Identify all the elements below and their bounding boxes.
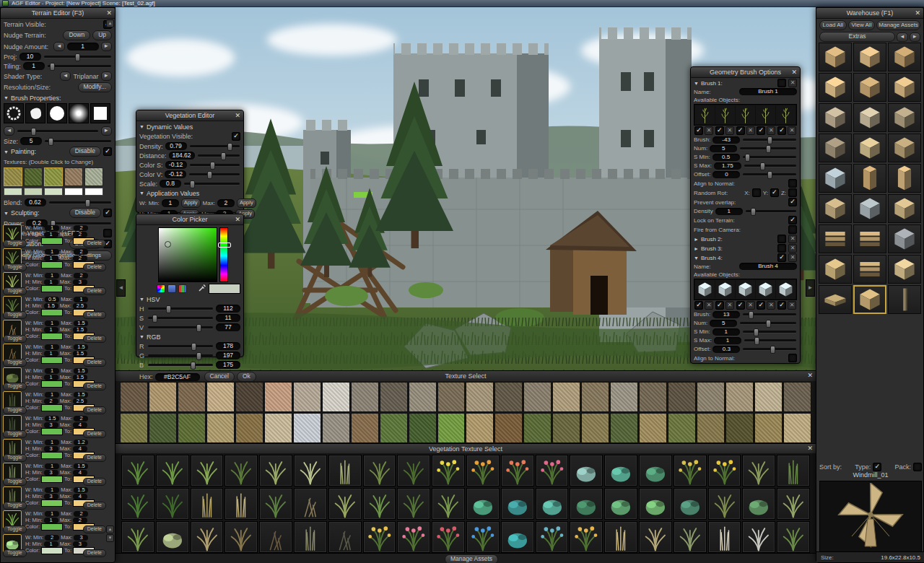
max-field[interactable]: 1.5	[74, 392, 88, 398]
terrain-texture-tile[interactable]	[639, 382, 667, 412]
vegetation-texture-tile[interactable]	[397, 455, 430, 486]
max-field[interactable]: 2	[74, 511, 88, 517]
brush-4-brush-field[interactable]: 13	[712, 311, 740, 318]
terrain-texture-tile[interactable]	[783, 382, 811, 412]
brush-3-delete-button[interactable]	[788, 244, 797, 253]
min-field[interactable]: 1	[44, 327, 58, 333]
color-picker-close-icon[interactable]: ✕	[235, 215, 240, 224]
app-w-min-apply-button[interactable]: Apply	[181, 198, 201, 208]
terrain-texture-tile[interactable]	[552, 382, 580, 412]
vegetation-texture-tile[interactable]	[294, 521, 327, 553]
terrain-texture-tile[interactable]	[725, 413, 754, 443]
brush-2-delete-button[interactable]	[788, 235, 797, 243]
brush-4-active-checkbox[interactable]	[777, 253, 786, 262]
warehouse-asset-tile[interactable]	[853, 164, 886, 193]
hsv-h-field[interactable]: 112	[216, 305, 240, 313]
item-toggle-button[interactable]: Toggle	[3, 287, 27, 295]
blend-slider[interactable]	[48, 198, 112, 206]
min-field[interactable]: 3	[44, 446, 58, 452]
min-field[interactable]: 1	[44, 541, 58, 547]
item-color-swatch[interactable]	[41, 237, 63, 245]
item-delete-button[interactable]: Delete	[83, 383, 106, 390]
warehouse-asset-tile[interactable]	[853, 73, 886, 102]
min-field[interactable]: 1	[45, 225, 59, 231]
item-color-swatch[interactable]	[41, 285, 63, 292]
brush-2-collapse-icon[interactable]: ►	[694, 237, 699, 242]
category-prev-button[interactable]: ◄	[897, 32, 907, 42]
vegetation-visible-checkbox[interactable]	[232, 132, 240, 141]
min-field[interactable]: 2	[44, 398, 58, 404]
item-toggle-button[interactable]: Toggle	[3, 525, 27, 533]
warehouse-asset-tile[interactable]	[853, 224, 886, 253]
max-field[interactable]: 3	[73, 279, 87, 285]
hsv-collapse-icon[interactable]: ▼	[139, 297, 144, 302]
veg-param-slider[interactable]	[183, 180, 240, 188]
max-field[interactable]: 3	[73, 541, 87, 547]
warehouse-asset-tile[interactable]	[888, 194, 921, 223]
brush-4-align-to-normal-checkbox[interactable]	[788, 354, 797, 362]
brush-1-num-field[interactable]: 5	[710, 145, 737, 152]
vegetation-texture-tile[interactable]	[604, 521, 637, 553]
terrain-texture-tile[interactable]	[120, 382, 148, 412]
max-field[interactable]: 4	[73, 494, 87, 499]
max-field[interactable]: 2	[74, 416, 88, 422]
max-field[interactable]: 4	[73, 422, 87, 428]
item-toggle-button[interactable]: Toggle	[3, 335, 27, 343]
brush-1-s_min-field[interactable]: 0.5	[712, 154, 740, 161]
vegetation-texture-select-close-icon[interactable]: ✕	[807, 444, 813, 453]
terrain-texture-tile[interactable]	[610, 413, 638, 443]
item-color-swatch[interactable]	[41, 404, 63, 411]
max-field[interactable]: 2	[73, 256, 87, 261]
paint-color-swatch[interactable]	[44, 188, 63, 196]
rot-z-checkbox[interactable]	[788, 363, 797, 364]
item-toggle-button[interactable]: Toggle	[3, 549, 27, 557]
hsv-v-field[interactable]: 77	[216, 323, 240, 331]
vegetation-texture-tile[interactable]	[708, 521, 741, 553]
collapse-left-panel-arrow[interactable]: ◄	[116, 279, 126, 297]
veg-param-slider[interactable]	[188, 170, 240, 178]
vegetation-texture-tile[interactable]	[536, 521, 569, 553]
brush-shape-square[interactable]	[90, 103, 110, 123]
veg-param-field[interactable]: 0.8	[160, 180, 181, 188]
vegetation-texture-tile[interactable]	[742, 488, 775, 520]
max-field[interactable]: 2	[74, 225, 88, 231]
vegetation-texture-tile[interactable]	[156, 488, 189, 520]
brush-1-offset-slider[interactable]	[742, 170, 797, 178]
vegetation-editor-close-icon[interactable]: ✕	[235, 111, 240, 120]
rgb-b-slider[interactable]	[147, 361, 214, 369]
item-delete-button[interactable]: Delete	[83, 287, 106, 295]
vegetation-texture-tile[interactable]	[259, 521, 292, 553]
brush-4-delete-button[interactable]	[788, 253, 797, 262]
vegetation-texture-tile[interactable]	[121, 488, 154, 520]
warehouse-manage-assets-button[interactable]: Manage Assets	[876, 20, 920, 30]
brush-object-thumbnail[interactable]	[776, 280, 796, 299]
application-values-collapse-icon[interactable]: ▼	[139, 191, 144, 196]
terrain-texture-tile[interactable]	[235, 413, 263, 443]
max-field[interactable]: 4	[73, 470, 87, 476]
item-color-swatch[interactable]	[41, 523, 63, 531]
terrain-texture-tile[interactable]	[581, 413, 609, 443]
panel-scroll-up-button[interactable]: ▲	[106, 19, 114, 27]
object-enable-checkbox[interactable]	[736, 301, 745, 310]
vegetation-texture-tile[interactable]	[742, 521, 775, 553]
item-color-swatch[interactable]	[41, 476, 63, 483]
terrain-texture-tile[interactable]	[322, 413, 350, 443]
geometry-brush-options-close-icon[interactable]: ✕	[791, 68, 797, 77]
item-color-swatch[interactable]	[41, 428, 63, 435]
brush-object-thumbnail[interactable]	[756, 280, 775, 299]
brush-4-s_min-slider[interactable]	[742, 328, 797, 336]
min-field[interactable]: 1	[45, 511, 59, 517]
max-field[interactable]: 1.5	[74, 368, 88, 374]
brush-4-offset-slider[interactable]	[742, 345, 797, 353]
item-delete-button[interactable]: Delete	[83, 335, 106, 343]
warehouse-asset-tile[interactable]	[888, 285, 921, 314]
vegetation-texture-tile[interactable]	[674, 455, 707, 486]
terrain-texture-tile[interactable]	[697, 382, 725, 412]
rot-y-checkbox[interactable]	[770, 188, 779, 197]
item-toggle-button[interactable]: Toggle	[3, 263, 27, 271]
veg-param-field[interactable]: -0.12	[165, 161, 187, 169]
vegetation-texture-tile[interactable]	[501, 488, 534, 520]
min-field[interactable]: 1	[44, 279, 58, 285]
min-field[interactable]: 1	[44, 375, 58, 380]
vegetation-texture-tile[interactable]	[501, 455, 534, 486]
